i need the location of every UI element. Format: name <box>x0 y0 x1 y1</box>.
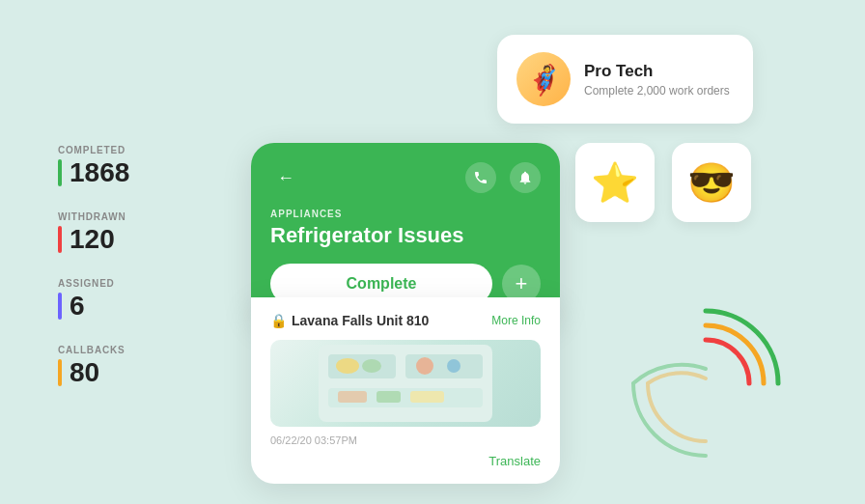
pro-tech-name: Pro Tech <box>584 62 730 81</box>
phone-icon-button[interactable] <box>465 162 496 193</box>
location-row: 🔒 Lavana Falls Unit 810 More Info <box>270 313 541 328</box>
assigned-stat: ASSIGNED 6 <box>58 278 129 322</box>
callbacks-stat: CALLBACKS 80 <box>58 345 129 388</box>
cool-badge-card[interactable]: 😎 <box>672 143 751 222</box>
pro-tech-info: Pro Tech Complete 2,000 work orders <box>584 62 730 98</box>
assigned-value: 6 <box>70 291 85 322</box>
avatar-emoji: 🦸 <box>526 63 562 97</box>
card-header: ← <box>270 162 541 193</box>
back-button[interactable]: ← <box>270 162 301 193</box>
svg-rect-8 <box>338 391 367 403</box>
completed-stat: COMPLETED 1868 <box>58 145 129 188</box>
stats-panel: COMPLETED 1868 WITHDRAWN 120 ASSIGNED 6 … <box>58 145 129 388</box>
callbacks-value: 80 <box>70 357 99 388</box>
svg-point-4 <box>336 358 359 374</box>
withdrawn-value: 120 <box>70 224 115 255</box>
pro-tech-card: 🦸 Pro Tech Complete 2,000 work orders <box>497 35 753 124</box>
completed-label: COMPLETED <box>58 145 129 155</box>
translate-link[interactable]: Translate <box>488 454 541 468</box>
star-badge-card[interactable]: ⭐ <box>575 143 655 222</box>
phone-card: ← APPLIANCES Refrigerator Issues Complet… <box>251 143 560 323</box>
callbacks-label: CALLBACKS <box>58 345 129 355</box>
completed-bar <box>58 159 62 186</box>
star-emoji: ⭐ <box>591 160 639 206</box>
phone-card-bottom: 🔒 Lavana Falls Unit 810 More Info 06/22/… <box>251 297 560 484</box>
callbacks-bar <box>58 359 62 386</box>
card-title: Refrigerator Issues <box>270 223 541 248</box>
pro-tech-avatar: 🦸 <box>516 52 571 106</box>
svg-point-5 <box>362 359 381 373</box>
timestamp: 06/22/20 03:57PM <box>270 434 541 446</box>
withdrawn-bar <box>58 226 62 253</box>
header-icons <box>465 162 541 193</box>
sunglasses-emoji: 😎 <box>687 160 736 206</box>
completed-value: 1868 <box>70 157 129 188</box>
svg-rect-10 <box>410 391 444 403</box>
withdrawn-label: WITHDRAWN <box>58 211 129 222</box>
bell-icon-button[interactable] <box>510 162 541 193</box>
card-category: APPLIANCES <box>270 209 541 219</box>
arcs-decoration <box>614 292 797 475</box>
translate-row: Translate <box>270 454 541 468</box>
svg-point-6 <box>416 357 433 375</box>
svg-point-7 <box>447 359 460 373</box>
bell-icon <box>517 170 533 185</box>
phone-icon <box>473 170 488 185</box>
assigned-bar <box>58 293 62 320</box>
fridge-image <box>270 340 541 427</box>
lock-icon: 🔒 <box>270 313 287 328</box>
pro-tech-description: Complete 2,000 work orders <box>584 84 730 98</box>
fridge-svg <box>319 345 492 422</box>
svg-rect-9 <box>377 391 401 403</box>
assigned-label: ASSIGNED <box>58 278 129 289</box>
withdrawn-stat: WITHDRAWN 120 <box>58 211 129 255</box>
location-text: 🔒 Lavana Falls Unit 810 <box>270 313 429 328</box>
more-info-link[interactable]: More Info <box>491 314 541 327</box>
arcs-svg <box>614 292 797 475</box>
